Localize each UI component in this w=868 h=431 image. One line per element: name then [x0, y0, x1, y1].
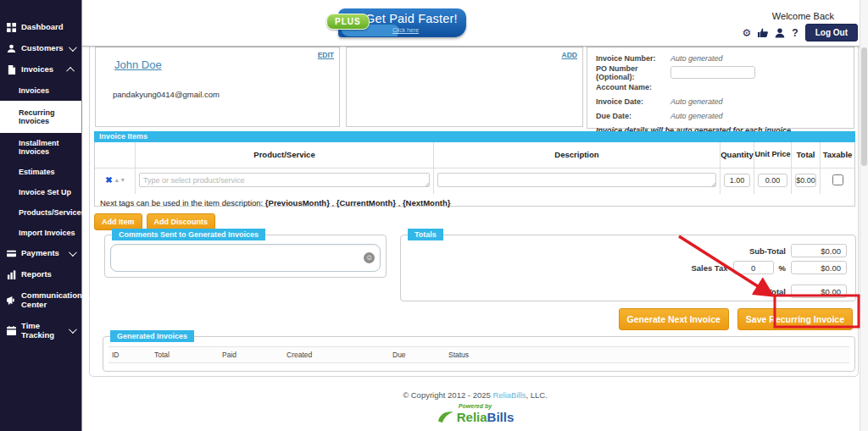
sidebar-item-customers[interactable]: Customers [0, 38, 81, 59]
addons-panel: ADD [346, 47, 583, 127]
copyright-text: © Copyright 2012 - 2025 ReliaBills, LLC. [82, 390, 868, 400]
column-header-total: Total [792, 142, 820, 168]
banner-click-here-link[interactable]: Click here [392, 27, 419, 33]
gear-icon[interactable]: ⚙ [743, 28, 752, 38]
tag-next-month: {NextMonth} [403, 198, 450, 207]
gen-col-paid: Paid [222, 351, 287, 359]
comments-textarea[interactable] [110, 244, 381, 272]
sidebar-item-time-tracking[interactable]: Time Tracking [0, 316, 81, 346]
help-icon[interactable]: ? [792, 28, 798, 38]
generated-invoices-legend: Generated Invoices [110, 330, 194, 342]
user-icon[interactable] [775, 28, 785, 38]
sidebar-item-label: Communication Center [21, 291, 82, 310]
sales-tax-label: Sales Tax [691, 263, 727, 273]
tag-previous-month: {PreviousMonth} [265, 198, 330, 207]
customers-icon [7, 44, 16, 53]
logout-button[interactable]: Log Out [805, 24, 858, 41]
total-label: Total [767, 287, 786, 296]
thumbs-up-icon[interactable] [758, 28, 768, 38]
sidebar-item-label: Payments [21, 249, 64, 258]
delete-row-icon[interactable]: ✖ [105, 175, 112, 185]
column-header-product: Product/Service [136, 142, 433, 168]
powered-by-text: Powered by [82, 403, 868, 409]
total-input[interactable] [791, 285, 847, 298]
sidebar-item-label: Dashboard [21, 23, 76, 32]
scrollbar-thumb[interactable] [861, 47, 867, 166]
sidebar-item-invoices-list[interactable]: Invoices [0, 80, 81, 101]
get-paid-faster-banner[interactable]: Get Paid Faster! Click here PLUS [326, 7, 466, 39]
sidebar-item-label: Customers [21, 44, 64, 53]
sidebar-item-products-services[interactable]: Products/Services [0, 202, 81, 223]
invoice-number-value: Auto generated [670, 54, 723, 63]
due-date-value: Auto generated [670, 112, 723, 120]
customer-panel: EDIT John Doe pandakyung0414@gmail.com [95, 47, 340, 127]
sidebar-item-invoice-setup[interactable]: Invoice Set Up [0, 182, 81, 202]
column-header-quantity: Quantity [721, 142, 754, 168]
sidebar-item-dashboard[interactable]: Dashboard [0, 17, 81, 38]
save-recurring-invoice-button[interactable]: Save Recurring Invoice [737, 308, 853, 330]
reliabills-link[interactable]: ReliaBills [492, 390, 526, 400]
invoice-details-panel: Invoice Number: Auto generated PO Number… [587, 47, 854, 129]
customer-name-link[interactable]: John Doe [114, 58, 162, 71]
invoice-number-label: Invoice Number: [596, 54, 670, 63]
sales-tax-rate-input[interactable] [733, 261, 774, 274]
po-number-input[interactable] [670, 66, 755, 79]
generated-invoices-table: ID Total Paid Created Due Status [108, 346, 849, 363]
chevron-down-icon [69, 43, 77, 52]
add-item-button[interactable]: Add Item [94, 213, 142, 230]
product-service-input[interactable] [139, 173, 430, 187]
sales-tax-amount-input[interactable] [791, 261, 847, 274]
invoice-file-icon [7, 65, 16, 75]
gen-col-created: Created [287, 351, 392, 359]
sidebar-item-label: Time Tracking [21, 322, 64, 340]
chevron-down-icon [69, 248, 77, 257]
vertical-scrollbar[interactable] [860, 0, 868, 431]
generate-next-invoice-button[interactable]: Generate Next Invoice [619, 308, 729, 330]
invoice-items-panel: Product/Service Description Quantity Uni… [94, 142, 855, 207]
invoice-date-value: Auto generated [670, 97, 723, 106]
sidebar-item-payments[interactable]: Payments [0, 243, 81, 264]
sidebar-item-import-invoices[interactable]: Import Invoices [0, 223, 81, 243]
edit-customer-link[interactable]: EDIT [318, 51, 334, 59]
move-row-down-icon[interactable]: ▾ [121, 176, 125, 184]
sidebar-item-invoices[interactable]: Invoices [0, 59, 81, 80]
recurring-invoice-form: EDIT John Doe pandakyung0414@gmail.com A… [89, 46, 859, 377]
reliabills-leaf-icon [437, 409, 455, 424]
dashboard-icon [7, 23, 16, 32]
gen-col-due: Due [392, 351, 448, 359]
emoji-picker-icon[interactable]: ☺ [364, 252, 375, 263]
column-header-taxable: Taxable [821, 142, 854, 168]
sidebar-item-recurring-invoices[interactable]: Recurring Invoices [0, 101, 81, 133]
chevron-up-icon [66, 67, 75, 75]
line-total-input[interactable] [795, 174, 816, 187]
sidebar-item-installment-invoices[interactable]: Installment Invoices [0, 133, 81, 162]
reliabills-logo: ReliaBills [82, 409, 868, 424]
unit-price-input[interactable] [758, 174, 787, 187]
gen-col-id: ID [112, 351, 154, 359]
invoice-items-table: Product/Service Description Quantity Uni… [95, 142, 854, 169]
percent-sign: % [779, 263, 786, 273]
totals-legend: Totals [408, 229, 443, 240]
plus-badge: PLUS [326, 14, 370, 30]
move-row-up-icon[interactable]: ▴ [115, 176, 119, 184]
quantity-input[interactable] [724, 174, 750, 187]
chevron-down-icon [69, 325, 77, 334]
sidebar-item-reports[interactable]: Reports [0, 264, 81, 285]
comments-fieldset: Comments Sent to Generated Invoices ☺ [104, 229, 387, 278]
invoice-items-section-header: Invoice Items [94, 131, 855, 142]
sidebar-item-communication-center[interactable]: Communication Center [0, 285, 81, 316]
sidebar-item-estimates[interactable]: Estimates [0, 162, 81, 182]
sidebar-item-label: Invoices [21, 65, 64, 75]
megaphone-icon [7, 296, 16, 305]
add-link[interactable]: ADD [562, 51, 577, 59]
totals-fieldset: Totals Sub-Total Sales Tax % Total [400, 229, 856, 301]
sidebar: Dashboard Customers Invoices Invoices Re… [0, 0, 82, 431]
invoice-item-row: ✖ ▴ ▾ [95, 169, 854, 194]
description-input[interactable] [437, 173, 716, 187]
column-header-unit-price: Unit Price [754, 142, 791, 168]
po-number-label: PO Number (Optional): [596, 64, 670, 81]
add-discounts-button[interactable]: Add Discounts [147, 213, 216, 230]
tag-current-month: {CurrentMonth} [337, 198, 396, 207]
taxable-checkbox[interactable] [832, 174, 843, 185]
subtotal-input[interactable] [791, 244, 847, 257]
